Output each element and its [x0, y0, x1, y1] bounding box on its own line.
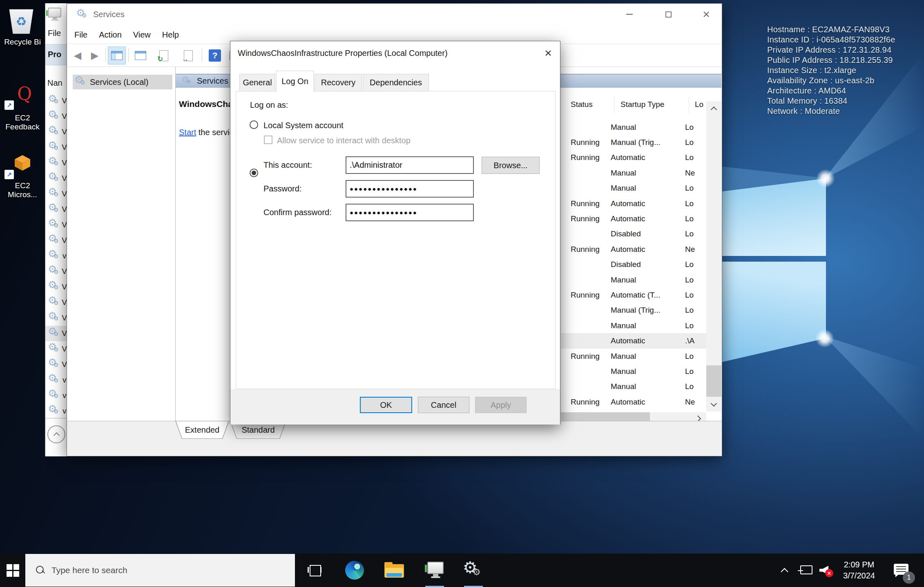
service-row[interactable]: Manual (Trig...Lo [561, 303, 706, 318]
bg-service-row[interactable]: v [45, 403, 67, 419]
tab-dependencies[interactable]: Dependencies [363, 74, 429, 91]
maximize-button[interactable] [655, 5, 682, 23]
tab-extended[interactable]: Extended [175, 421, 229, 439]
tray-network[interactable] [796, 554, 814, 587]
service-row[interactable]: RunningAutomaticLo [561, 211, 706, 226]
bg-service-row[interactable]: v [45, 388, 67, 403]
refresh-button[interactable]: ↻ [155, 47, 173, 64]
confirm-password-input[interactable] [346, 204, 474, 221]
this-account-radio[interactable] [250, 169, 258, 177]
account-input[interactable] [346, 156, 474, 174]
bg-service-row[interactable]: V [45, 155, 67, 171]
service-row[interactable]: DisabledLo [561, 227, 706, 242]
scrollbar-thumb[interactable] [706, 365, 721, 397]
service-row[interactable]: RunningAutomaticLo [561, 196, 706, 211]
minimize-button[interactable] [616, 5, 643, 23]
forward-button[interactable]: ▶ [86, 47, 104, 64]
scrollbar-thumb[interactable] [561, 412, 650, 421]
bg-service-row[interactable]: V [45, 326, 67, 341]
column-header-log-on-as[interactable]: Lo [695, 100, 703, 109]
service-row[interactable]: RunningAutomatic (T...Lo [561, 287, 706, 302]
menu-action[interactable]: Action [93, 30, 127, 40]
service-gear-icon [48, 327, 59, 340]
allow-desktop-checkbox[interactable] [264, 136, 272, 144]
bg-service-row[interactable]: V [45, 341, 67, 357]
taskbar-edge[interactable] [344, 554, 365, 587]
menu-view[interactable]: View [127, 30, 156, 40]
bg-service-row[interactable]: V [45, 264, 67, 279]
action-center-button[interactable]: 1 [891, 554, 913, 587]
bg-service-row[interactable]: V [45, 279, 67, 295]
tree-item-services-local[interactable]: Services (Local) [73, 75, 172, 89]
bg-window-pro-button[interactable]: Pro [45, 44, 67, 65]
scroll-up-arrow[interactable] [706, 101, 721, 116]
bg-service-row[interactable]: V [45, 186, 67, 202]
scroll-down-arrow[interactable] [706, 397, 721, 411]
vertical-scrollbar[interactable] [706, 101, 721, 411]
bg-service-row[interactable]: v [45, 248, 67, 264]
service-row[interactable]: RunningManual (Trig...Lo [561, 135, 706, 150]
bg-service-row[interactable]: V [45, 109, 67, 124]
properties-button[interactable] [132, 47, 150, 64]
bg-service-row[interactable]: V [45, 233, 67, 248]
back-button[interactable]: ◀ [69, 47, 87, 64]
service-row[interactable]: RunningManualLo [561, 349, 706, 364]
bg-service-row[interactable]: V [45, 310, 67, 326]
browse-button[interactable]: Browse... [482, 157, 540, 174]
tray-volume[interactable]: ✕ [816, 554, 835, 587]
bg-service-row[interactable]: V [45, 93, 67, 109]
bg-service-row[interactable]: V [45, 171, 67, 186]
service-row[interactable]: ManualLo [561, 120, 706, 135]
bg-service-row[interactable]: V [45, 140, 67, 155]
service-row[interactable]: RunningAutomaticNe [561, 394, 706, 409]
apply-button[interactable]: Apply [475, 397, 527, 413]
menu-file[interactable]: File [69, 30, 93, 40]
service-row[interactable]: ManualLo [561, 181, 706, 196]
bg-service-row[interactable]: V [45, 357, 67, 372]
menu-help[interactable]: Help [156, 30, 185, 40]
export-list-button[interactable]: → [179, 47, 197, 64]
service-row[interactable]: ManualNe [561, 165, 706, 180]
password-input[interactable] [346, 180, 474, 198]
scroll-right-arrow[interactable] [691, 412, 706, 421]
service-row[interactable]: ManualLo [561, 379, 706, 394]
service-row[interactable]: DisabledLo [561, 257, 706, 272]
start-service-link[interactable]: Start [179, 128, 196, 137]
service-row[interactable]: ManualLo [561, 272, 706, 287]
service-row[interactable]: Automatic.\A [561, 333, 706, 348]
service-row[interactable]: RunningAutomaticLo [561, 150, 706, 165]
bg-window-file-menu[interactable]: File [48, 29, 61, 38]
horizontal-scrollbar[interactable] [561, 412, 706, 421]
taskbar-file-explorer[interactable] [384, 554, 404, 587]
show-console-tree-button[interactable] [108, 47, 126, 64]
bg-service-row[interactable]: V [45, 202, 67, 217]
bg-service-row[interactable]: V [45, 217, 67, 233]
bg-service-row[interactable]: V [45, 124, 67, 140]
cancel-button[interactable]: Cancel [418, 397, 469, 413]
tray-clock[interactable]: 2:09 PM 3/7/2024 [835, 554, 883, 587]
column-header-status[interactable]: Status [571, 100, 593, 109]
local-system-radio[interactable] [250, 120, 258, 129]
tray-show-hidden-icons[interactable] [775, 554, 793, 587]
taskbar-search[interactable]: Type here to search [25, 554, 295, 587]
taskbar-services[interactable] [463, 554, 484, 587]
scroll-up-circle-button[interactable] [47, 425, 65, 443]
bg-service-row[interactable]: V [45, 295, 67, 310]
tab-recovery[interactable]: Recovery [315, 74, 362, 91]
services-title-bar[interactable]: Services × [67, 4, 722, 26]
task-view-button[interactable] [306, 554, 324, 587]
tab-general[interactable]: General [239, 74, 275, 91]
taskbar-performance-monitor[interactable] [424, 554, 445, 587]
column-header-startup-type[interactable]: Startup Type [620, 100, 664, 109]
service-row[interactable]: RunningAutomaticNe [561, 242, 706, 257]
bg-service-row[interactable]: v [45, 372, 67, 388]
help-button[interactable]: ? [206, 47, 224, 64]
service-row[interactable]: ManualLo [561, 364, 706, 379]
service-row[interactable]: ManualLo [561, 318, 706, 333]
ok-button[interactable]: OK [360, 397, 412, 413]
dialog-close-button[interactable]: × [539, 44, 558, 62]
start-button[interactable] [0, 554, 25, 587]
bg-window-name-column-header[interactable]: Nan [47, 78, 62, 88]
close-button[interactable]: × [693, 5, 720, 23]
tab-log-on[interactable]: Log On [276, 71, 314, 92]
